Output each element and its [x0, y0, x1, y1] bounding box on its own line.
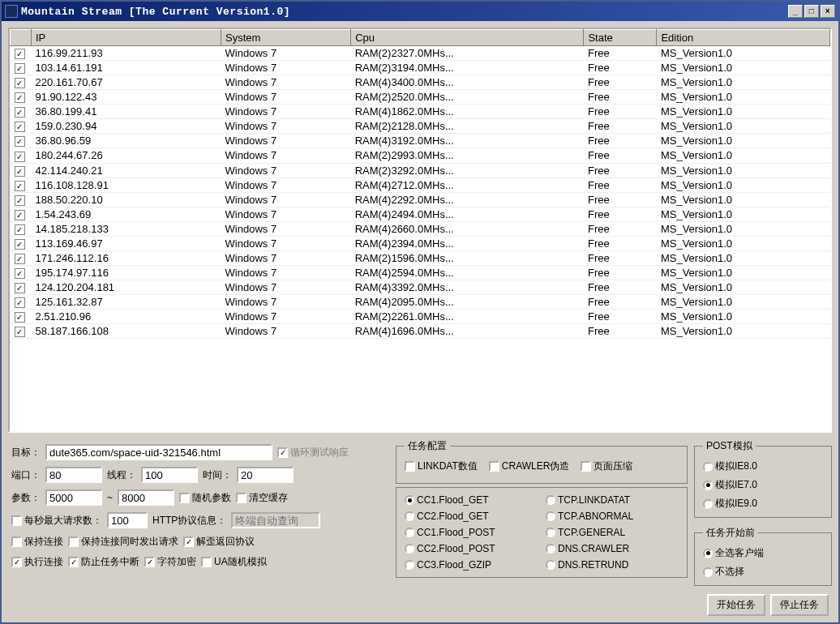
- cell-cpu: RAM(4)2095.0MHs...: [351, 295, 584, 310]
- parse-response-checkbox[interactable]: ✓: [183, 536, 194, 547]
- row-checkbox[interactable]: ✓: [15, 239, 25, 250]
- table-row[interactable]: ✓103.14.61.191Windows 7RAM(2)3194.0MHs..…: [11, 61, 830, 75]
- row-checkbox[interactable]: ✓: [15, 63, 25, 74]
- dns-retrund-radio[interactable]: [546, 560, 555, 570]
- cell-state: Free: [584, 177, 657, 192]
- time-label: 时间：: [203, 468, 232, 482]
- cell-ip: 220.161.70.67: [32, 75, 221, 90]
- table-row[interactable]: ✓125.161.32.87Windows 7RAM(4)2095.0MHs..…: [11, 295, 830, 310]
- table-row[interactable]: ✓14.185.218.133Windows 7RAM(4)2660.0MHs.…: [11, 221, 830, 236]
- linkdat-label: LINKDAT数值: [418, 459, 478, 473]
- tcp-general-radio[interactable]: [546, 528, 555, 537]
- maximize-button[interactable]: □: [804, 5, 819, 18]
- column-header[interactable]: Edition: [657, 30, 830, 46]
- row-checkbox[interactable]: ✓: [15, 136, 25, 147]
- dns-crawler-radio[interactable]: [546, 544, 555, 553]
- table-row[interactable]: ✓171.246.112.16Windows 7RAM(2)1596.0MHs.…: [11, 250, 830, 265]
- table-row[interactable]: ✓58.187.166.108Windows 7RAM(4)1696.0MHs.…: [11, 324, 830, 339]
- no-select-radio[interactable]: [703, 567, 713, 577]
- table-row[interactable]: ✓1.54.243.69Windows 7RAM(4)2494.0MHs...F…: [11, 207, 830, 221]
- table-row[interactable]: ✓116.99.211.93Windows 7RAM(2)2327.0MHs..…: [11, 46, 830, 61]
- row-checkbox[interactable]: ✓: [15, 268, 25, 279]
- row-checkbox[interactable]: ✓: [15, 166, 25, 177]
- cell-cpu: RAM(4)2394.0MHs...: [351, 236, 584, 250]
- column-header[interactable]: Cpu: [351, 30, 584, 46]
- table-row[interactable]: ✓36.80.96.59Windows 7RAM(4)3192.0MHs...F…: [11, 134, 830, 148]
- table-row[interactable]: ✓42.114.240.21Windows 7RAM(2)3292.0MHs..…: [11, 163, 830, 177]
- target-input[interactable]: [45, 444, 272, 460]
- tcp-abnormal-radio[interactable]: [546, 511, 555, 521]
- ua-random-checkbox[interactable]: [201, 557, 212, 567]
- table-row[interactable]: ✓180.244.67.26Windows 7RAM(2)2993.0MHs..…: [11, 148, 830, 163]
- cc2-get-radio[interactable]: [405, 511, 414, 521]
- row-checkbox[interactable]: ✓: [15, 122, 25, 132]
- exec-conn-checkbox[interactable]: ✓: [11, 557, 22, 567]
- crawler-checkbox[interactable]: [489, 461, 499, 472]
- char-encrypt-checkbox[interactable]: ✓: [144, 557, 155, 567]
- table-row[interactable]: ✓36.80.199.41Windows 7RAM(4)1862.0MHs...…: [11, 105, 830, 119]
- column-header[interactable]: IP: [32, 30, 221, 46]
- target-label: 目标：: [11, 446, 41, 459]
- loop-test-label: 循环测试响应: [290, 446, 349, 459]
- cc1-get-radio[interactable]: [405, 495, 414, 505]
- row-checkbox[interactable]: ✓: [15, 92, 25, 103]
- max-req-checkbox[interactable]: [11, 515, 22, 526]
- threads-input[interactable]: [141, 467, 198, 483]
- ie7-radio[interactable]: [703, 481, 713, 490]
- start-task-button[interactable]: 开始任务: [707, 594, 765, 616]
- cell-ip: 125.161.32.87: [32, 295, 221, 310]
- table-row[interactable]: ✓2.51.210.96Windows 7RAM(2)2261.0MHs...F…: [11, 310, 830, 324]
- linkdat-checkbox[interactable]: [405, 461, 415, 472]
- row-checkbox[interactable]: ✓: [15, 78, 25, 88]
- clear-cache-checkbox[interactable]: [236, 493, 246, 503]
- table-row[interactable]: ✓113.169.46.97Windows 7RAM(4)2394.0MHs..…: [11, 236, 830, 250]
- row-checkbox[interactable]: ✓: [15, 297, 25, 308]
- stop-task-button[interactable]: 停止任务: [770, 594, 829, 616]
- tcp-linkdat-radio[interactable]: [546, 495, 555, 505]
- row-checkbox[interactable]: ✓: [15, 210, 25, 220]
- tcp-general-label: TCP.GENERAL: [558, 527, 625, 538]
- table-row[interactable]: ✓124.120.204.181Windows 7RAM(4)3392.0MHs…: [11, 280, 830, 295]
- row-checkbox[interactable]: ✓: [15, 152, 25, 162]
- row-checkbox[interactable]: ✓: [15, 312, 25, 323]
- table-row[interactable]: ✓188.50.220.10Windows 7RAM(4)2292.0MHs..…: [11, 192, 830, 207]
- row-checkbox[interactable]: ✓: [15, 283, 25, 293]
- minimize-button[interactable]: _: [788, 5, 803, 18]
- table-row[interactable]: ✓116.108.128.91Windows 7RAM(4)2712.0MHs.…: [11, 177, 830, 192]
- column-header[interactable]: System: [221, 30, 351, 46]
- row-checkbox[interactable]: ✓: [15, 254, 25, 264]
- port-input[interactable]: [45, 467, 102, 483]
- select-all-radio[interactable]: [703, 549, 713, 558]
- table-row[interactable]: ✓195.174.97.116Windows 7RAM(4)2594.0MHs.…: [11, 265, 830, 280]
- time-input[interactable]: [237, 467, 294, 483]
- row-checkbox[interactable]: ✓: [15, 107, 25, 118]
- max-req-input[interactable]: [107, 512, 148, 528]
- prevent-interrupt-checkbox[interactable]: ✓: [68, 557, 79, 567]
- row-checkbox[interactable]: ✓: [15, 224, 25, 235]
- keep-conn-send-checkbox[interactable]: [68, 536, 79, 547]
- ie8-radio[interactable]: [703, 462, 713, 472]
- table-row[interactable]: ✓159.0.230.94Windows 7RAM(2)2128.0MHs...…: [11, 119, 830, 134]
- ie9-radio[interactable]: [703, 499, 713, 509]
- loop-test-checkbox[interactable]: ✓: [277, 447, 288, 458]
- row-checkbox[interactable]: ✓: [15, 49, 25, 59]
- param-hi-input[interactable]: [118, 489, 174, 506]
- row-checkbox[interactable]: ✓: [15, 195, 25, 206]
- table-row[interactable]: ✓91.90.122.43Windows 7RAM(2)2520.0MHs...…: [11, 90, 830, 105]
- keep-conn-checkbox[interactable]: [11, 536, 22, 547]
- page-compress-checkbox[interactable]: [581, 461, 591, 472]
- cell-state: Free: [584, 148, 657, 163]
- row-checkbox[interactable]: ✓: [15, 181, 25, 191]
- cc3-gzip-label: CC3.Flood_GZIP: [417, 559, 491, 571]
- column-header[interactable]: State: [584, 30, 657, 46]
- random-params-checkbox[interactable]: [179, 493, 190, 503]
- cc3-gzip-radio[interactable]: [405, 560, 414, 570]
- cell-system: Windows 7: [221, 46, 351, 61]
- table-row[interactable]: ✓220.161.70.67Windows 7RAM(4)3400.0MHs..…: [11, 75, 830, 90]
- cc2-post-radio[interactable]: [405, 544, 414, 553]
- row-checkbox[interactable]: ✓: [15, 327, 25, 337]
- param-lo-input[interactable]: [45, 489, 102, 506]
- cc1-post-radio[interactable]: [405, 528, 414, 537]
- cell-edition: MS_Version1.0: [657, 46, 830, 61]
- close-button[interactable]: ×: [821, 5, 835, 18]
